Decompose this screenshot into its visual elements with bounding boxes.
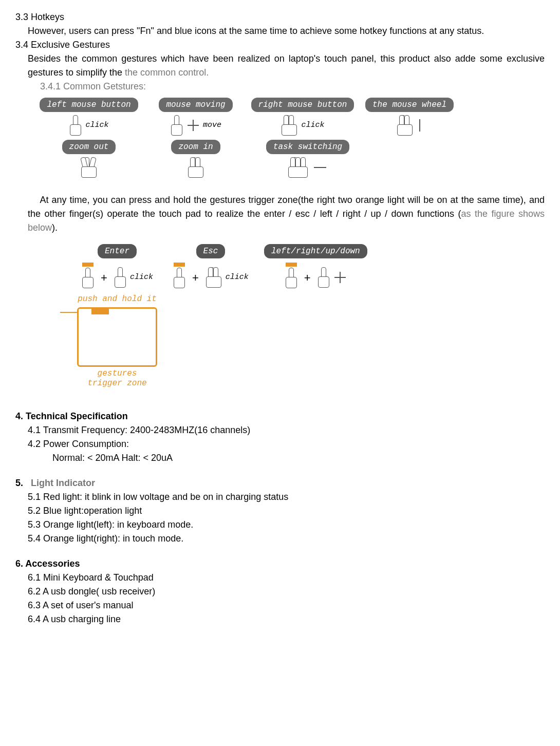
- gesture-zoom-in: zoom in: [147, 140, 245, 178]
- hand-one-finger-icon: [317, 267, 330, 288]
- pill-left-mouse: left mouse button: [40, 98, 138, 112]
- label-click-2: click: [301, 120, 324, 132]
- section-5-3: 5.3 Orange light(left): in keyboard mode…: [28, 518, 545, 532]
- pill-lrud: left/right/up/down: [264, 244, 367, 258]
- hand-pinch-in-icon: [80, 157, 98, 178]
- section-4-2: 4.2 Power Consumption:: [28, 437, 545, 451]
- plus-icon: +: [101, 269, 107, 286]
- section-3-4-body: Besides the common gestures which have b…: [28, 52, 545, 80]
- arrows-updown-icon: [417, 118, 423, 133]
- gesture-task-switch: task switching: [254, 140, 362, 178]
- section-5-heading: 5. Light Indicator: [15, 476, 545, 490]
- section-3-4-body-a: Besides the common gestures which have b…: [28, 53, 545, 78]
- pill-zoom-out: zoom out: [62, 140, 116, 154]
- trigger-esc: Esc + click: [173, 244, 249, 292]
- section-3-3-heading: 3.3 Hotkeys: [15, 10, 545, 24]
- trigger-zone-paragraph: At any time, you can press and hold the …: [28, 193, 545, 235]
- section-4-heading: 4. Technical Specification: [15, 409, 545, 423]
- trigger-tab-icon: [173, 263, 186, 292]
- section-4-1: 4.1 Transmit Frequency: 2400-2483MHZ(16 …: [28, 423, 545, 437]
- trigger-zone-pad-icon: [77, 307, 157, 367]
- label-trigger-zone: gestures trigger zone: [87, 369, 146, 388]
- section-3-4-heading: 3.4 Exclusive Gestures: [15, 38, 545, 52]
- trigger-lrud: left/right/up/down +: [264, 244, 367, 292]
- hand-two-finger-icon: [205, 267, 222, 288]
- label-click-enter: click: [130, 272, 153, 284]
- plus-icon: +: [304, 269, 311, 286]
- gesture-mouse-moving: mouse moving move: [147, 98, 245, 136]
- hand-two-finger-icon: [396, 115, 414, 136]
- section-5-2: 5.2 Blue light:operation light: [28, 504, 545, 518]
- label-click: click: [85, 120, 108, 132]
- section-3-3-body: However, users can press "Fn" and blue i…: [28, 24, 545, 38]
- trigger-tab-icon: [285, 263, 298, 292]
- section-5-1: 5.1 Red light: it blink in low voltage a…: [28, 490, 545, 504]
- pill-zoom-in: zoom in: [171, 140, 220, 154]
- pill-mouse-moving: mouse moving: [159, 98, 232, 112]
- hand-three-finger-icon: [288, 157, 310, 178]
- arrows-leftright-icon: [313, 164, 327, 171]
- gesture-left-mouse: left mouse button click: [40, 98, 138, 136]
- section-6-4: 6.4 A usb charging line: [28, 612, 545, 626]
- label-push-hold: push and hold it: [78, 294, 157, 304]
- hand-one-finger-icon: [170, 115, 183, 136]
- label-click-esc: click: [226, 272, 249, 284]
- section-6-3: 6.3 A set of user's manual: [28, 599, 545, 612]
- pill-enter: Enter: [98, 244, 137, 258]
- gesture-row-2: zoom out zoom in task switching: [40, 140, 545, 178]
- pill-esc: Esc: [196, 244, 226, 258]
- hand-one-finger-icon: [69, 115, 82, 136]
- trigger-para-end: ).: [52, 222, 58, 233]
- label-move: move: [203, 120, 221, 132]
- gesture-row-1: left mouse button click mouse moving mov…: [40, 98, 545, 136]
- section-3-4-1-heading: 3.4.1 Common Getstures:: [40, 80, 545, 94]
- gesture-mouse-wheel: the mouse wheel: [361, 98, 458, 136]
- hand-two-finger-icon: [281, 115, 298, 136]
- hand-one-finger-icon: [114, 267, 127, 288]
- trigger-tab-icon: [81, 263, 95, 292]
- section-5-4: 5.4 Orange light(right): in touch mode.: [28, 532, 545, 546]
- trigger-diagram-row: Enter + click push and hold it gestures …: [77, 244, 545, 389]
- pill-task-switching: task switching: [266, 140, 349, 154]
- arrows-4way-icon: [186, 119, 200, 132]
- section-6-1: 6.1 Mini Keyboard & Touchpad: [28, 571, 545, 585]
- section-6-heading: 6. Accessories: [15, 557, 545, 571]
- hand-pinch-out-icon: [187, 157, 204, 178]
- pill-right-mouse: right mouse button: [251, 98, 354, 112]
- section-3-4-body-gray: the common control.: [125, 67, 209, 78]
- gesture-zoom-out: zoom out: [40, 140, 138, 178]
- gesture-right-mouse: right mouse button click: [254, 98, 351, 136]
- trigger-enter: Enter + click push and hold it gestures …: [77, 244, 157, 389]
- plus-icon: +: [192, 269, 199, 286]
- pill-mouse-wheel: the mouse wheel: [365, 98, 454, 112]
- arrows-4way-icon: [333, 271, 347, 284]
- section-4-2-values: Normal: < 20mA Halt: < 20uA: [52, 451, 545, 465]
- section-6-2: 6.2 A usb dongle( usb receiver): [28, 585, 545, 599]
